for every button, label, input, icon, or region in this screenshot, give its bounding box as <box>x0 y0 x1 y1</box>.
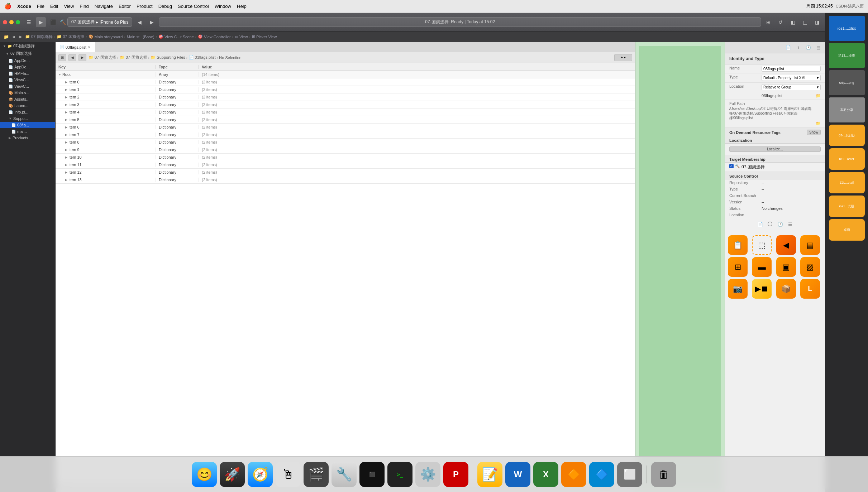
sidebar-item-project-inner[interactable]: ▼ 07-国旗选择 <box>0 50 55 57</box>
inspector-toggle-center[interactable]: ◫ <box>800 17 810 27</box>
menu-find[interactable]: Find <box>80 4 89 9</box>
plist-row-item4[interactable]: ▶ Item 4 Dictionary (2 items) <box>56 108 635 116</box>
plist-row-item3[interactable]: ▶ Item 3 Dictionary (2 items) <box>56 101 635 108</box>
item10-expand-icon[interactable]: ▶ <box>65 156 67 159</box>
dock-icon-terminal[interactable]: >_ <box>387 462 412 487</box>
plist-forward-btn[interactable]: ▶ <box>78 54 86 61</box>
icon-tile-square[interactable]: ▣ <box>776 257 796 277</box>
dock-item-ksi[interactable]: KSI...aster <box>829 148 865 170</box>
sidebar-item-supporting[interactable]: ▼ Suppo... <box>0 115 55 122</box>
dock-icon-trash[interactable]: 🗑 <box>651 462 676 487</box>
inspector-toggle-left[interactable]: ◧ <box>788 17 798 27</box>
dock-item-snip[interactable]: snip....png <box>829 70 865 95</box>
folder-btn[interactable]: 📁 <box>3 34 9 40</box>
menu-xcode[interactable]: Xcode <box>17 4 31 9</box>
dock-icon-p[interactable]: P <box>443 462 468 487</box>
icon-tile-dashed[interactable]: ⬚ <box>752 235 772 255</box>
dock-icon-mouse[interactable]: 🖱 <box>276 462 301 487</box>
stop-button[interactable]: ⬛ <box>48 17 58 27</box>
plist-grid-btn[interactable]: ⊞ <box>58 54 66 61</box>
item5-expand-icon[interactable]: ▶ <box>65 118 67 121</box>
maximize-button[interactable] <box>16 20 20 24</box>
target-checkbox[interactable]: ✓ <box>729 164 734 168</box>
inspector-name-input[interactable] <box>762 66 821 72</box>
dock-icon-notes[interactable]: 📝 <box>477 462 502 487</box>
icon-tile-play[interactable]: ▶⏹ <box>752 279 772 299</box>
show-btn[interactable]: Show <box>807 130 821 135</box>
dock-icon-dvd[interactable]: 🎬 <box>304 462 329 487</box>
dock-icon-word[interactable]: W <box>505 462 530 487</box>
icon-tile-box[interactable]: 📦 <box>776 279 796 299</box>
dock-item-zjl[interactable]: ZJL...etail <box>829 172 865 193</box>
breadcrumb-item-3[interactable]: 🎨 Main.storyboard <box>89 34 123 39</box>
item1-expand-icon[interactable]: ▶ <box>65 88 67 91</box>
menu-view[interactable]: View <box>64 4 74 9</box>
dock-item-ye[interactable]: 第13....业准 <box>829 43 865 68</box>
sidebar-item-launch[interactable]: 🎨 Launc... <box>0 102 55 109</box>
inspector-file-btn[interactable]: 📄 <box>784 44 792 52</box>
dock-icon-launchpad[interactable]: 🚀 <box>220 462 245 487</box>
plist-row-item12[interactable]: ▶ Item 12 Dictionary (2 items) <box>56 169 635 176</box>
inspector-toggle-right[interactable]: ◨ <box>812 17 822 27</box>
plist-row-item2[interactable]: ▶ Item 2 Dictionary (2 items) <box>56 93 635 101</box>
sidebar-item-infoplist[interactable]: 📄 Info.pl... <box>0 109 55 115</box>
plist-bc-1[interactable]: 📁 07-国旗选择 <box>89 55 116 60</box>
item12-expand-icon[interactable]: ▶ <box>65 171 67 174</box>
run-button[interactable]: ▶ <box>36 17 46 27</box>
item3-expand-icon[interactable]: ▶ <box>65 103 67 106</box>
scheme-selector[interactable]: 🔨 <box>60 17 65 27</box>
dock-icon-excel[interactable]: X <box>533 462 558 487</box>
plist-back-btn[interactable]: ◀ <box>68 54 76 61</box>
icon-tile-grid[interactable]: ⊞ <box>728 257 748 277</box>
dock-icon-orange1[interactable]: 🔶 <box>561 462 586 487</box>
dock-icon-finder[interactable]: 😊 <box>192 462 217 487</box>
dock-item-xlsx[interactable]: ios1....xlsx <box>829 16 865 41</box>
sidebar-item-03flags[interactable]: 📄 03fla... <box>0 122 55 128</box>
dock-icon-blue1[interactable]: 🔷 <box>589 462 614 487</box>
icon-tile-camera[interactable]: 📷 <box>728 279 748 299</box>
new-file-icon[interactable]: 📄 <box>756 220 764 228</box>
root-expand-icon[interactable]: ▼ <box>58 73 61 76</box>
close-button[interactable] <box>3 20 7 24</box>
plist-row-item0[interactable]: ▶ Item 0 Dictionary (2 items) <box>56 78 635 86</box>
inspector-type-dropdown[interactable]: Default - Property List XML ▾ <box>762 75 821 81</box>
sidebar-item-viewc1[interactable]: 📄 ViewC... <box>0 77 55 83</box>
dock-icon-safari[interactable]: 🧭 <box>248 462 273 487</box>
icon-tile-clipboard[interactable]: 📋 <box>728 235 748 255</box>
localize-btn[interactable]: Localize... <box>729 146 821 152</box>
back-button[interactable]: ◀ <box>134 17 144 27</box>
icon-tile-l[interactable]: L <box>800 279 820 299</box>
sidebar-toggle[interactable]: ☰ <box>24 17 34 27</box>
icon-tile-lines[interactable]: ▤ <box>800 235 820 255</box>
item13-expand-icon[interactable]: ▶ <box>65 178 67 182</box>
icon-tile-back[interactable]: ◀ <box>776 235 796 255</box>
scheme-display[interactable]: 07-国旗选择 ▸ iPhone 6s Plus <box>67 17 132 27</box>
inspector-localize-btn[interactable]: ▤ <box>814 44 822 52</box>
menu-window[interactable]: Window <box>215 4 231 9</box>
apple-menu[interactable]: 🍎 <box>4 3 11 10</box>
dock-icon-fileutil[interactable]: 🔧 <box>332 462 357 487</box>
sidebar-item-project[interactable]: ▼ 📁 07-国旗选择 <box>0 42 55 50</box>
file-tab-03flags[interactable]: 📄 03flags.plist ✕ <box>56 42 95 52</box>
menu-edit[interactable]: Edit <box>50 4 58 9</box>
item9-expand-icon[interactable]: ▶ <box>65 148 67 151</box>
item0-expand-icon[interactable]: ▶ <box>65 81 67 84</box>
plist-row-item1[interactable]: ▶ Item 1 Dictionary (2 items) <box>56 86 635 93</box>
plist-row-item7[interactable]: ▶ Item 7 Dictionary (2 items) <box>56 131 635 139</box>
sidebar-item-appdelegate2[interactable]: 📄 AppDe... <box>0 64 55 70</box>
breadcrumb-item-4[interactable]: Main.st...(Base) <box>127 35 154 39</box>
clock-icon[interactable]: 🕐 <box>776 220 784 228</box>
plist-bc-4[interactable]: 📄 03flags.plist <box>189 55 216 60</box>
plist-row-item11[interactable]: ▶ Item 11 Dictionary (2 items) <box>56 161 635 169</box>
forward-button[interactable]: ▶ <box>147 17 157 27</box>
menu-navigate[interactable]: Navigate <box>95 4 113 9</box>
sidebar-item-main-storyboard[interactable]: 🎨 Main.s... <box>0 90 55 96</box>
item6-expand-icon[interactable]: ▶ <box>65 126 67 129</box>
breadcrumb-item-7[interactable]: ▭ View <box>235 34 248 39</box>
breadcrumb-item-1[interactable]: 📁 07-国旗选择 <box>25 34 53 39</box>
item2-expand-icon[interactable]: ▶ <box>65 96 67 99</box>
plist-row-item9[interactable]: ▶ Item 9 Dictionary (2 items) <box>56 146 635 154</box>
breadcrumb-item-6[interactable]: 🎯 View Controller <box>198 34 230 39</box>
menu-debug[interactable]: Debug <box>158 4 172 9</box>
reveal-btn[interactable]: 📁 <box>816 93 821 98</box>
